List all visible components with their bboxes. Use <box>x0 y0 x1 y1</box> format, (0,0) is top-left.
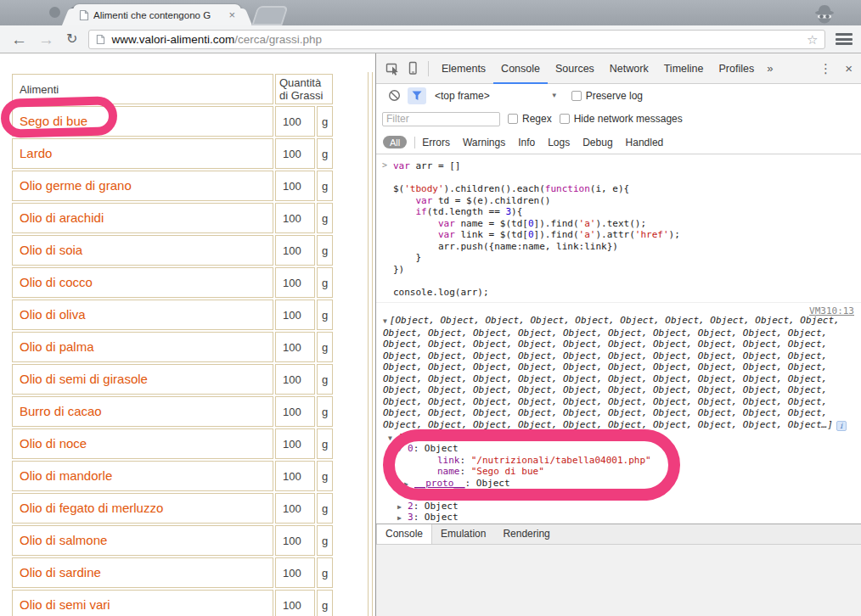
bookmark-star-icon[interactable]: ☆ <box>807 33 818 46</box>
frame-selector[interactable]: <top frame> <box>435 90 490 102</box>
devtools-tab-sources[interactable]: Sources <box>548 53 602 84</box>
food-link[interactable]: Olio di fegato di merluzzo <box>20 501 163 515</box>
devtools-panel: ElementsConsoleSourcesNetworkTimelinePro… <box>375 53 861 616</box>
tree-node[interactable]: ▶3: Object <box>383 512 854 524</box>
console-prompt-icon: > <box>382 160 387 171</box>
hide-network-toggle[interactable]: Hide network messages <box>560 113 683 125</box>
food-link[interactable]: Olio di mandorle <box>20 468 112 483</box>
food-link[interactable]: Olio di semi vari <box>20 597 110 612</box>
qty-cell: 100 <box>275 203 315 233</box>
drawer-console-body <box>376 545 861 616</box>
divider <box>414 137 415 148</box>
page-icon <box>79 9 89 21</box>
food-link[interactable]: Olio di cocco <box>20 275 93 289</box>
regex-toggle[interactable]: Regex <box>508 113 552 125</box>
food-table: Alimenti Quantità di Grassi Sego di bue1… <box>10 72 335 616</box>
unit-cell: g <box>317 267 333 298</box>
divider <box>428 61 429 76</box>
food-link[interactable]: Burro di cacao <box>20 404 102 418</box>
array-preview[interactable]: ▼[Object, Object, Object, Object, Object… <box>383 315 848 431</box>
hide-network-label: Hide network messages <box>574 113 683 125</box>
regex-checkbox[interactable] <box>508 114 518 124</box>
highlight-marker-food <box>0 96 117 138</box>
level-filter-debug[interactable]: Debug <box>582 137 612 148</box>
table-row: Olio di sardine100g <box>12 557 333 588</box>
unit-cell: g <box>317 396 333 427</box>
close-window-button[interactable] <box>49 7 60 18</box>
expand-arrow-icon[interactable]: ▼ <box>383 317 387 325</box>
food-link[interactable]: Olio di sardine <box>20 565 101 580</box>
source-location-link[interactable]: VM310:13 <box>809 305 854 317</box>
table-row: Olio di salmone100g <box>12 525 333 556</box>
reload-button[interactable]: ↻ <box>66 32 77 46</box>
clipped-table-column <box>368 72 373 616</box>
table-row: Olio di fegato di merluzzo100g <box>12 493 333 524</box>
devtools-tab-profiles[interactable]: Profiles <box>711 53 762 84</box>
filter-input[interactable] <box>382 112 500 126</box>
tree-node[interactable]: ▶4: Object <box>383 524 854 524</box>
info-icon[interactable]: i <box>836 421 847 431</box>
level-filter-warnings[interactable]: Warnings <box>463 137 505 148</box>
food-link[interactable]: Olio di soia <box>20 243 82 257</box>
devtools-tab-network[interactable]: Network <box>602 53 656 84</box>
devtools-tab-timeline[interactable]: Timeline <box>656 53 712 84</box>
tab-close-icon[interactable]: × <box>228 9 235 20</box>
food-cell: Olio di semi vari <box>12 590 273 616</box>
more-tabs-icon[interactable]: » <box>762 62 778 75</box>
food-cell: Olio di soia <box>12 235 273 266</box>
devtools-panel-tabs: ElementsConsoleSourcesNetworkTimelinePro… <box>434 53 762 84</box>
address-bar[interactable]: www.valori-alimenti.com/cerca/grassi.php… <box>88 30 825 49</box>
web-page: Alimenti Quantità di Grassi Sego di bue1… <box>0 53 375 616</box>
drawer-tab-emulation[interactable]: Emulation <box>432 524 494 544</box>
unit-cell: g <box>317 138 333 169</box>
console-command-code: var arr = [] $('tbody').children().each(… <box>393 160 854 298</box>
column-header-quantita: Quantità di Grassi <box>275 74 333 104</box>
devtools-close-icon[interactable]: × <box>845 61 853 76</box>
food-link[interactable]: Olio di palma <box>20 339 94 354</box>
level-filter-info[interactable]: Info <box>518 137 535 148</box>
level-filter-handled[interactable]: Handled <box>626 137 664 148</box>
tree-node[interactable]: ▶2: Object <box>383 501 854 512</box>
chrome-menu-icon[interactable] <box>836 31 853 48</box>
food-link[interactable]: Olio di oliva <box>20 307 86 322</box>
devtools-tab-elements[interactable]: Elements <box>434 53 493 84</box>
food-link[interactable]: Olio di salmone <box>20 533 107 547</box>
highlight-marker-object <box>383 429 680 501</box>
food-link[interactable]: Lardo <box>20 146 52 160</box>
back-button[interactable]: ← <box>11 31 27 48</box>
level-filter-logs[interactable]: Logs <box>548 137 570 148</box>
drawer-tab-rendering[interactable]: Rendering <box>494 524 558 544</box>
table-row: Olio di mandorle100g <box>12 461 333 491</box>
table-row: Burro di cacao100g <box>12 396 333 427</box>
food-link[interactable]: Olio di semi di girasole <box>20 372 148 386</box>
new-tab-button[interactable] <box>251 6 288 25</box>
code-line: arr.push({name:name, link:link}) <box>393 241 854 253</box>
browser-toolbar: ← → ↻ www.valori-alimenti.com/cerca/gras… <box>0 25 861 53</box>
food-cell: Olio di fegato di merluzzo <box>12 493 273 524</box>
preserve-log-checkbox[interactable] <box>571 91 582 101</box>
level-filter-errors[interactable]: Errors <box>422 137 450 148</box>
clear-console-icon[interactable] <box>384 86 404 106</box>
filter-icon[interactable] <box>408 87 426 104</box>
qty-cell: 100 <box>275 557 315 588</box>
level-filter-all[interactable]: All <box>383 136 407 148</box>
devtools-tab-console[interactable]: Console <box>493 53 548 84</box>
inspect-element-icon[interactable] <box>382 59 402 79</box>
food-link[interactable]: Olio di noce <box>20 436 87 451</box>
console-toolbar: <top frame> ▼ Preserve log <box>376 84 861 107</box>
chevron-down-icon[interactable]: ▼ <box>551 92 558 99</box>
preserve-log-toggle[interactable]: Preserve log <box>571 90 643 102</box>
devtools-menu-icon[interactable]: ⋮ <box>819 61 832 76</box>
code-line: }) <box>393 264 854 276</box>
device-mode-icon[interactable] <box>402 59 423 79</box>
browser-tab[interactable]: Alimenti che contengono G × <box>73 4 241 25</box>
food-link[interactable]: Olio di arachidi <box>20 210 104 225</box>
table-row: Olio germe di grano100g <box>12 171 333 201</box>
hide-network-checkbox[interactable] <box>560 114 570 124</box>
unit-cell: g <box>317 171 333 201</box>
url-path: /cerca/grassi.php <box>234 33 322 46</box>
drawer-tab-console[interactable]: Console <box>376 524 432 544</box>
forward-button[interactable]: → <box>38 31 54 48</box>
code-line: if(td.length == 3){ <box>393 206 854 218</box>
food-link[interactable]: Olio germe di grano <box>20 178 132 193</box>
